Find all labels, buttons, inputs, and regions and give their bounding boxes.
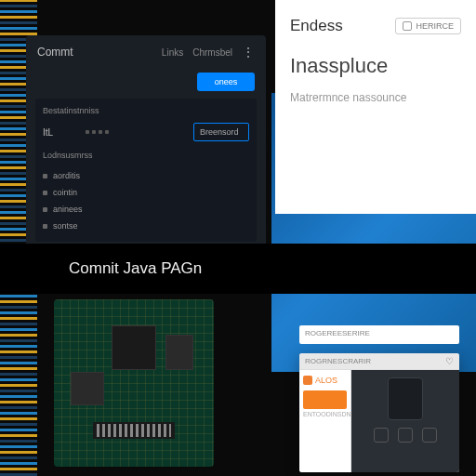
white-info-panel: Endess HERIRCE Inasspluce Matrermnce nas… xyxy=(275,0,476,214)
chip-icon xyxy=(165,335,193,370)
label-strip: ROGEREESERIRE xyxy=(299,325,459,344)
control-button[interactable] xyxy=(374,428,389,443)
sidebar-highlight[interactable] xyxy=(303,390,347,409)
mini-header-text: ROGRNESCRARIR xyxy=(305,357,371,365)
panel-subtitle: Matrermnce nassounce xyxy=(290,91,461,104)
brand-name: Endess xyxy=(290,17,343,35)
white-panel-header: Endess HERIRCE xyxy=(290,17,461,35)
circuit-board-image xyxy=(54,299,214,467)
mini-main-area xyxy=(351,370,459,472)
chip-icon xyxy=(112,325,156,370)
menu-icon[interactable]: ⋮ xyxy=(242,45,255,60)
control-row xyxy=(374,428,437,443)
dark-panel-content: Bestatinstnniss ItL Breensord Lodnsusmrs… xyxy=(35,99,257,242)
panel-title: Inasspluce xyxy=(290,54,461,78)
list-item[interactable]: sontse xyxy=(43,218,249,234)
mini-device-window: ROGRNESCRARIR ALOS ENTOODINSDN xyxy=(299,353,459,472)
title-bar-text: Comnit Java PAGn xyxy=(69,259,202,278)
control-button[interactable] xyxy=(422,428,437,443)
sidebar-badge[interactable]: ALOS xyxy=(303,376,347,385)
list-item[interactable]: aorditis xyxy=(43,167,249,184)
mini-window-body: ALOS ENTOODINSDN xyxy=(299,370,459,472)
item-list: aorditis cointin aninees sontse xyxy=(43,167,249,234)
highlighted-field[interactable]: Breensord xyxy=(193,123,249,141)
mini-sidebar: ALOS ENTOODINSDN xyxy=(299,370,351,472)
header-link-1[interactable]: Links xyxy=(162,47,183,58)
dark-panel-header-actions: Links Chrmsbel ⋮ xyxy=(162,45,255,60)
row-label: ItL xyxy=(43,127,80,138)
data-row: ItL Breensord xyxy=(43,123,249,141)
mini-window-header: ROGRNESCRARIR xyxy=(299,353,459,370)
sidebar-label: ENTOODINSDN xyxy=(303,411,347,417)
primary-action-button[interactable]: onees xyxy=(197,73,255,91)
list-item[interactable]: aninees xyxy=(43,201,249,218)
row-indicators xyxy=(86,130,188,134)
content-heading: Bestatinstnniss xyxy=(43,106,249,115)
connector-icon xyxy=(93,422,175,439)
control-button[interactable] xyxy=(398,428,413,443)
list-item[interactable]: cointin xyxy=(43,184,249,201)
title-bar: Comnit Java PAGn xyxy=(0,244,476,294)
tag-badge[interactable]: HERIRCE xyxy=(395,18,461,34)
chip-icon xyxy=(71,372,104,405)
dark-app-window: Commt Links Chrmsbel ⋮ onees Bestatinstn… xyxy=(26,35,266,258)
dark-panel-title: Commt xyxy=(37,46,73,59)
section-label: Lodnsusmrss xyxy=(43,151,249,160)
device-icon xyxy=(388,377,423,420)
label-strip-text: ROGEREESERIRE xyxy=(305,329,370,337)
dark-panel-header: Commt Links Chrmsbel ⋮ xyxy=(26,35,266,69)
header-link-2[interactable]: Chrmsbel xyxy=(192,47,232,58)
